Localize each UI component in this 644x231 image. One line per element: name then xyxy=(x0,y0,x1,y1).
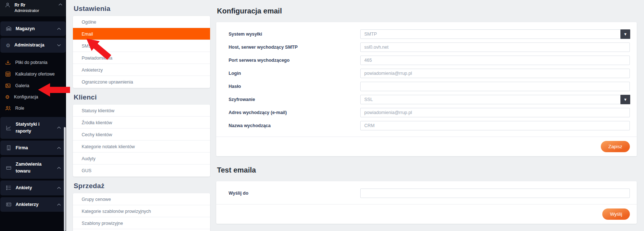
building-icon xyxy=(6,145,12,151)
user-role: Administrator xyxy=(15,8,54,14)
chevron-up-icon xyxy=(57,187,61,189)
nav-item-statystyki[interactable]: Statystyki xyxy=(73,229,210,231)
form-row: Wyślij do xyxy=(216,187,637,200)
sidebar-item-label: Ankiety xyxy=(16,185,53,191)
save-button[interactable]: Zapisz xyxy=(601,141,630,152)
nav-item-ankieterzy[interactable]: Ankieterzy xyxy=(73,64,210,76)
sidebar-item-label: Magazyn xyxy=(16,25,53,32)
nav-item-ogolne[interactable]: Ogólne xyxy=(73,16,210,28)
sidebar-item-magazyn[interactable]: Magazyn xyxy=(0,21,66,36)
nav-item-statusy-klientow[interactable]: Statusy klientów xyxy=(73,105,210,117)
calculator-icon xyxy=(5,71,11,77)
sidebar-item-label: Konfiguracja xyxy=(14,94,38,100)
sidebar-item-galeria[interactable]: Galeria xyxy=(0,80,66,92)
sidebar-item-label: Role xyxy=(15,106,24,111)
users-icon xyxy=(5,105,11,111)
field-label: Port serwera wychodzącego xyxy=(229,58,360,63)
dropdown-arrow-icon[interactable]: ▼ xyxy=(620,95,630,104)
chevron-up-icon xyxy=(57,126,61,129)
form-row: Hasło xyxy=(216,80,637,93)
szyfrowanie-select[interactable]: SSL ▼ xyxy=(360,95,630,104)
user-name: Rr Rr xyxy=(15,2,54,8)
sidebar-item-label: Zamówienia towaru xyxy=(16,161,53,175)
sidebar-item-label: Firma xyxy=(16,145,53,151)
login-input[interactable] xyxy=(360,69,630,78)
settings-nav-column: Ustawienia Ogólne Email SMS Powiadomieni… xyxy=(73,0,210,231)
password-input[interactable] xyxy=(360,82,630,91)
sidebar-item-label: Administracja xyxy=(15,42,53,49)
sidebar-item-statystyki-i-raporty[interactable]: Statystyki i raporty xyxy=(0,117,66,139)
dropdown-arrow-icon[interactable]: ▼ xyxy=(620,29,630,39)
outgoing-email-input[interactable] xyxy=(360,108,630,117)
section-title-klienci: Klienci xyxy=(74,93,210,101)
field-label: System wysyłki xyxy=(229,32,360,37)
form-row: Szyfrowanie SSL ▼ xyxy=(216,93,637,106)
nav-item-szablony-prowizyjne[interactable]: Szablony prowizyjne xyxy=(73,217,210,229)
gear-icon: ⚙ xyxy=(5,94,10,100)
field-label: Hasło xyxy=(229,84,360,89)
send-to-input[interactable] xyxy=(360,189,630,198)
sprzedaz-menu: Grupy cenowe Kategorie szablonów prowizy… xyxy=(73,193,210,231)
sidebar-scrollbar[interactable] xyxy=(64,127,66,231)
gallery-icon xyxy=(5,83,11,89)
nav-item-email-active[interactable]: Email xyxy=(73,28,210,40)
sidebar-item-label: Galeria xyxy=(15,83,29,88)
sidebar-item-firma[interactable]: Firma xyxy=(0,141,66,155)
send-button[interactable]: Wyślij xyxy=(602,208,630,220)
field-label: Login xyxy=(229,71,360,76)
field-label: Host, serwer wychodzący SMTP xyxy=(229,45,360,50)
form-row: Nazwa wychodząca xyxy=(216,119,637,132)
form-row: Port serwera wychodzącego xyxy=(216,54,637,67)
system-wysylki-select[interactable]: SMTP ▼ xyxy=(360,29,630,39)
nav-item-gus[interactable]: GUS xyxy=(73,165,210,177)
outgoing-name-input[interactable] xyxy=(360,121,630,130)
section-title-sprzedaz: Sprzedaż xyxy=(74,182,210,190)
sidebar-item-kalkulatory-ofertowe[interactable]: Kalkulatory ofertowe xyxy=(0,68,66,80)
sidebar-item-ankieterzy[interactable]: Ankieterzy xyxy=(0,197,66,212)
download-icon xyxy=(5,60,11,65)
klienci-menu: Statusy klientów Źródła klientów Cechy k… xyxy=(73,105,210,177)
smtp-host-input[interactable] xyxy=(360,42,630,52)
form-row: Login xyxy=(216,67,637,80)
field-label: Szyfrowanie xyxy=(229,97,360,102)
sidebar-item-administracja[interactable]: ⚙ Administracja xyxy=(0,38,66,53)
sidebar-item-label: Ankieterzy xyxy=(16,201,53,208)
section-title-ustawienia: Ustawienia xyxy=(74,5,210,13)
email-config-card: System wysyłki SMTP ▼ Host, serwer wycho… xyxy=(216,22,637,156)
sidebar-item-konfiguracja[interactable]: ⚙ Konfiguracja xyxy=(0,92,66,102)
nav-item-audyty[interactable]: Audyty xyxy=(73,153,210,165)
nav-item-cechy-klientow[interactable]: Cechy klientów xyxy=(73,129,210,141)
sidebar-item-zamowienia-towaru[interactable]: Zamówienia towaru xyxy=(0,157,66,179)
form-row: Adres wychodzący (e-mail) xyxy=(216,106,637,119)
chevron-up-icon xyxy=(57,147,61,149)
nav-item-powiadomienia[interactable]: Powiadomienia xyxy=(73,52,210,64)
select-value: SSL xyxy=(364,97,373,102)
form-row: System wysyłki SMTP ▼ xyxy=(216,28,637,41)
sidebar-item-pliki-do-pobrania[interactable]: Pliki do pobrania xyxy=(0,57,66,68)
field-label: Wyślij do xyxy=(229,191,360,196)
nav-item-kategorie-szablonow[interactable]: Kategorie szablonów prowizyjnych xyxy=(73,205,210,217)
chevron-up-icon xyxy=(58,3,62,6)
id-card-icon xyxy=(6,202,12,207)
sidebar-item-label: Statystyki i raporty xyxy=(16,121,53,135)
gear-icon: ⚙ xyxy=(6,43,11,48)
nav-item-grupy-cenowe[interactable]: Grupy cenowe xyxy=(73,193,210,205)
sidebar-item-ankiety[interactable]: Ankiety xyxy=(0,181,66,195)
form-row: Host, serwer wychodzący SMTP xyxy=(216,41,637,54)
chevron-up-icon xyxy=(57,28,61,30)
sidebar-item-role[interactable]: Role xyxy=(0,102,66,114)
page-title-test-emaila: Test emaila xyxy=(217,166,637,174)
page-title-konfiguracja-email: Konfiguracja email xyxy=(217,7,637,15)
nav-item-ograniczone-uprawnienia[interactable]: Ograniczone uprawnienia xyxy=(73,76,210,88)
warehouse-icon xyxy=(6,26,12,32)
chevron-up-icon xyxy=(57,167,61,169)
nav-item-zrodla-klientow[interactable]: Źródła klientów xyxy=(73,117,210,129)
user-icon xyxy=(5,2,11,8)
smtp-port-input[interactable] xyxy=(360,56,630,65)
user-menu[interactable]: Rr Rr Administrator xyxy=(0,0,66,16)
package-icon xyxy=(6,165,12,171)
survey-icon xyxy=(6,185,12,191)
nav-item-kategorie-notatek[interactable]: Kategorie notatek klientów xyxy=(73,141,210,153)
nav-item-sms[interactable]: SMS xyxy=(73,40,210,52)
field-label: Nazwa wychodząca xyxy=(229,123,360,128)
